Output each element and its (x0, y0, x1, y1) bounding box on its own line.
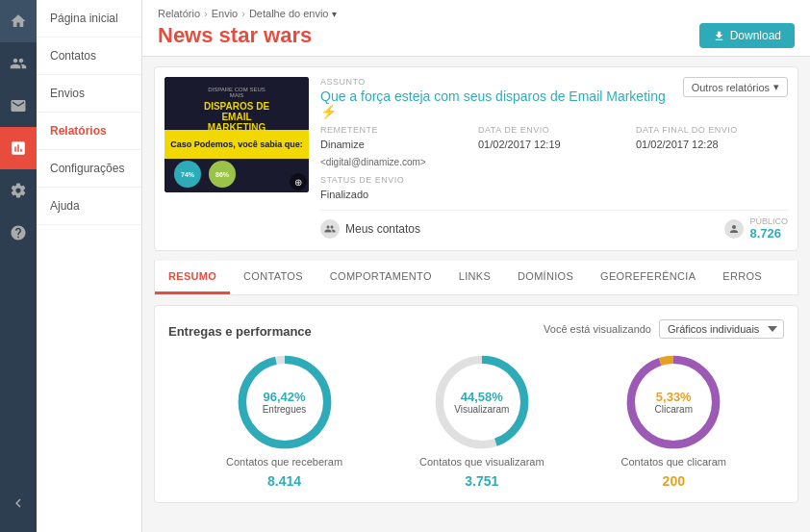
tab-erros[interactable]: ERROS (709, 261, 775, 294)
donut-entregues: 96,42% Entregues (237, 354, 333, 450)
page-title: News star wars (158, 23, 312, 48)
entregues-sub-label: Contatos que receberam (226, 456, 342, 468)
breadcrumb-dropdown[interactable]: ▾ (332, 9, 337, 19)
thumbnail-headline: DISPARE COM SEUS MAIS DISPAROS DEEMAILMA… (201, 87, 273, 133)
info-fields: REMETENTE Dinamize <digital@dinamize.com… (320, 125, 788, 202)
data-final-field: DATA FINAL DO ENVIO 01/02/2017 12:28 (636, 125, 788, 169)
data-envio-label: DATA DE ENVIO (478, 125, 630, 135)
email-card: DISPARE COM SEUS MAIS DISPAROS DEEMAILMA… (154, 66, 798, 251)
breadcrumb-arrow-1: › (204, 8, 208, 19)
sidebar-item-emails[interactable] (0, 85, 37, 127)
breadcrumb-item-1[interactable]: Relatório (158, 8, 200, 19)
download-button[interactable]: Download (699, 23, 795, 48)
nav-item-help[interactable]: Ajuda (37, 188, 141, 225)
sidebar-item-reports[interactable] (0, 127, 37, 169)
status-field: STATUS DE ENVIO Finalizado (320, 175, 472, 202)
status-value: Finalizado (320, 189, 368, 200)
tab-dominios[interactable]: DOMÍNIOS (504, 261, 587, 294)
performance-section: Entregas e performance Você está visuali… (154, 305, 798, 503)
list-icon (320, 219, 340, 239)
email-thumbnail[interactable]: DISPARE COM SEUS MAIS DISPAROS DEEMAILMA… (165, 77, 309, 192)
title-row: News star wars Download (158, 23, 795, 56)
publico-label: PÚBLICO (749, 216, 788, 226)
main-content: Relatório › Envio › Detalhe do envio ▾ N… (142, 0, 810, 532)
nav-item-reports[interactable]: Relatórios (37, 113, 141, 150)
content-header: Relatório › Envio › Detalhe do envio ▾ N… (142, 0, 810, 57)
chart-visualizaram: 44,58% Visualizaram Contatos que visuali… (419, 354, 544, 489)
tab-georeferencia[interactable]: GEOREFERÊNCIA (587, 261, 709, 294)
visualizaram-label: Visualizaram (454, 404, 509, 415)
visualizando-label: Você está visualizando (544, 323, 651, 335)
charts-row: 96,42% Entregues Contatos que receberam … (168, 354, 784, 489)
remetente-label: REMETENTE (320, 125, 472, 135)
sidebar-item-help[interactable] (0, 212, 37, 254)
donut-clicaram: 5,33% Clicaram (625, 354, 721, 450)
circle-74: 74% (174, 161, 201, 188)
data-envio-field: DATA DE ENVIO 01/02/2017 12:19 (478, 125, 630, 169)
public-icon (724, 219, 744, 239)
thumbnail-yellow-bar: Caso Podemos, você sabia que: (165, 130, 309, 159)
visualizaram-percent: 44,58% (454, 390, 509, 404)
clicaram-sub-label: Contatos que clicaram (621, 456, 726, 468)
info-top-row: ASSUNTO Que a força esteja com seus disp… (320, 77, 788, 119)
public-info: PÚBLICO 8.726 (724, 216, 788, 241)
outros-relatorios-button[interactable]: Outros relatórios ▾ (683, 77, 788, 97)
nav-item-settings[interactable]: Configurações (37, 150, 141, 188)
sidebar-item-home[interactable] (0, 0, 37, 42)
status-label: STATUS DE ENVIO (320, 175, 472, 185)
subject-label: ASSUNTO (320, 77, 683, 87)
list-info: Meus contatos (320, 219, 420, 239)
data-envio-value: 01/02/2017 12:19 (478, 139, 561, 150)
breadcrumb: Relatório › Envio › Detalhe do envio ▾ (158, 8, 795, 19)
breadcrumb-arrow-2: › (241, 8, 245, 19)
subject-block: ASSUNTO Que a força esteja com seus disp… (320, 77, 683, 119)
breadcrumb-item-2[interactable]: Envio (212, 8, 239, 19)
chart-controls: Você está visualizando Gráficos individu… (544, 319, 784, 339)
data-final-value: 01/02/2017 12:28 (636, 139, 719, 150)
public-block: PÚBLICO 8.726 (749, 216, 788, 241)
clicaram-sub-value: 200 (663, 473, 685, 489)
nav-item-contacts[interactable]: Contatos (37, 38, 141, 75)
tab-comportamento[interactable]: COMPORTAMENTO (316, 261, 445, 294)
tabs-bar: RESUMO CONTATOS COMPORTAMENTO LINKS DOMÍ… (154, 261, 798, 295)
tab-contatos[interactable]: CONTATOS (230, 261, 316, 294)
lista-value: Meus contatos (345, 222, 420, 236)
sidebar-item-settings[interactable] (0, 169, 37, 212)
nav-item-emails[interactable]: Envios (37, 75, 141, 113)
donut-visualizaram: 44,58% Visualizaram (434, 354, 530, 450)
clicaram-percent: 5,33% (655, 390, 693, 404)
remetente-name: Dinamize (320, 139, 365, 150)
tab-resumo[interactable]: RESUMO (155, 261, 230, 294)
tab-links[interactable]: LINKS (445, 261, 504, 294)
sidebar-collapse-btn[interactable] (0, 482, 37, 524)
sidebar (0, 0, 37, 532)
publico-value: 8.726 (749, 226, 788, 241)
circle-86: 86% (209, 161, 236, 188)
section-title: Entregas e performance (168, 324, 312, 339)
entregues-sub-value: 8.414 (267, 473, 301, 489)
chevron-down-icon: ▾ (773, 81, 779, 93)
entregues-label: Entregues (263, 404, 307, 415)
clicaram-label: Clicaram (655, 404, 693, 415)
thumbnail-circles: 74% 86% (174, 161, 236, 188)
breadcrumb-item-3[interactable]: Detalhe do envio ▾ (249, 8, 338, 19)
remetente-email: <digital@dinamize.com> (320, 157, 426, 167)
subject-text: Que a força esteja com seus disparos de … (320, 89, 683, 119)
email-info: ASSUNTO Que a força esteja com seus disp… (320, 77, 788, 241)
remetente-field: REMETENTE Dinamize <digital@dinamize.com… (320, 125, 472, 169)
visualizaram-sub-label: Contatos que visualizaram (419, 456, 544, 468)
entregues-percent: 96,42% (263, 390, 307, 404)
visualizaram-sub-value: 3.751 (465, 473, 498, 489)
chart-type-select[interactable]: Gráficos individuais (659, 319, 784, 339)
chart-clicaram: 5,33% Clicaram Contatos que clicaram 200 (621, 354, 726, 489)
data-final-label: DATA FINAL DO ENVIO (636, 125, 788, 135)
nav-panel: Página inicial Contatos Envios Relatório… (37, 0, 142, 532)
sidebar-item-contacts[interactable] (0, 42, 37, 85)
zoom-icon[interactable]: ⊕ (290, 173, 307, 190)
nav-item-home[interactable]: Página inicial (37, 0, 141, 38)
chart-entregues: 96,42% Entregues Contatos que receberam … (226, 354, 342, 489)
info-bottom: Meus contatos PÚBLICO 8.726 (320, 210, 788, 241)
